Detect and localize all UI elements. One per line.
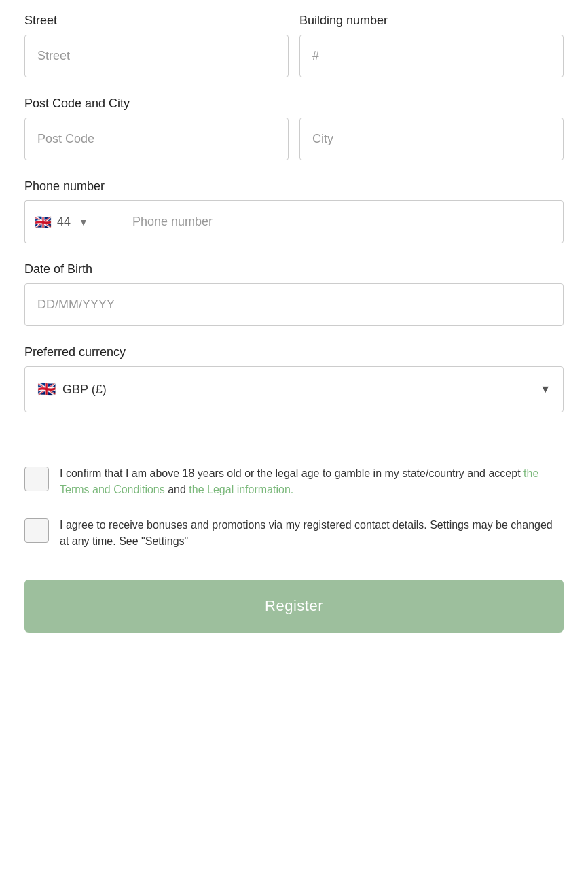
phone-flag: 🇬🇧 — [35, 214, 52, 230]
street-field-group: Street — [24, 14, 289, 77]
phone-input-wrap — [120, 200, 564, 243]
terms-and: and — [165, 484, 189, 495]
terms-text-plain: I confirm that I am above 18 years old o… — [60, 467, 523, 479]
promotions-text: I agree to receive bonuses and promotion… — [60, 517, 564, 550]
register-button[interactable]: Register — [24, 580, 564, 633]
phone-input[interactable] — [120, 200, 564, 243]
city-input[interactable] — [299, 118, 564, 160]
phone-row: 🇬🇧 44 ▼ — [24, 200, 564, 243]
phone-label: Phone number — [24, 179, 564, 194]
building-label: Building number — [299, 14, 564, 28]
promotions-checkbox[interactable] — [24, 518, 49, 543]
dob-field-group: Date of Birth — [24, 262, 564, 326]
currency-field-group: Preferred currency 🇬🇧 GBP (£) ▼ — [24, 345, 564, 412]
street-label: Street — [24, 14, 289, 28]
phone-country-selector[interactable]: 🇬🇧 44 ▼ — [24, 200, 120, 243]
terms-checkbox[interactable] — [24, 467, 49, 491]
phone-dropdown-icon: ▼ — [79, 217, 88, 228]
postcode-input[interactable] — [24, 118, 289, 160]
currency-chevron-icon: ▼ — [540, 383, 551, 395]
currency-value: GBP (£) — [62, 383, 107, 397]
phone-field-group: Phone number 🇬🇧 44 ▼ — [24, 179, 564, 243]
currency-selector[interactable]: 🇬🇧 GBP (£) ▼ — [24, 366, 564, 412]
phone-code: 44 — [57, 215, 71, 229]
street-input[interactable] — [24, 35, 289, 77]
terms-text: I confirm that I am above 18 years old o… — [60, 465, 564, 498]
dob-label: Date of Birth — [24, 262, 564, 277]
dob-input[interactable] — [24, 283, 564, 326]
spacer — [24, 431, 564, 465]
currency-left: 🇬🇧 GBP (£) — [37, 380, 107, 398]
postcode-city-field-group: Post Code and City — [24, 96, 564, 160]
terms-checkbox-group: I confirm that I am above 18 years old o… — [24, 465, 564, 498]
legal-link[interactable]: the Legal information. — [189, 484, 293, 495]
currency-label: Preferred currency — [24, 345, 564, 359]
currency-flag: 🇬🇧 — [37, 380, 56, 398]
postcode-city-label: Post Code and City — [24, 96, 564, 111]
building-field-group: Building number — [299, 14, 564, 77]
building-input[interactable] — [299, 35, 564, 77]
promotions-checkbox-group: I agree to receive bonuses and promotion… — [24, 517, 564, 550]
